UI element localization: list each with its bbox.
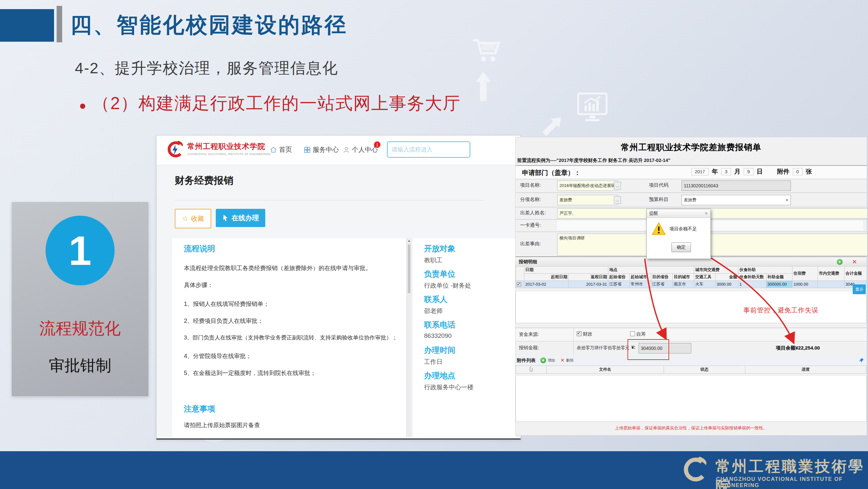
col-total: 合计金额 <box>844 266 867 281</box>
sub-name-value: 差旅费 <box>559 197 572 203</box>
day-value: 9 <box>744 168 753 175</box>
sub-name-field[interactable]: 差旅费 <box>557 195 618 205</box>
slide-bullet: （2）构建满足行政工作的一站式网上事务大厅 <box>92 92 461 115</box>
project-code-field[interactable]: 11130200116043 <box>682 180 791 191</box>
budget-value: 差旅费 <box>684 197 696 203</box>
favorite-button[interactable]: ☆ 收藏 <box>175 209 211 228</box>
paperclip-icon <box>529 367 533 372</box>
portal-logo-icon <box>166 140 185 159</box>
close-icon[interactable]: ✕ <box>705 211 708 216</box>
funding-option-self[interactable]: 自筹 <box>630 331 646 337</box>
budget-field[interactable]: 差旅费 ▼ <box>682 195 791 205</box>
attachment-add-label[interactable]: 增加 <box>548 358 555 363</box>
info-value-dept: 行政单位 -财务处 <box>424 282 471 290</box>
reason-label: 出差事由: <box>520 241 541 247</box>
detail-table-row[interactable]: 2017-03-02 2017-03-31 江苏省 常州市 江苏省 南京市 火车… <box>516 281 867 288</box>
nav-personal-center[interactable]: 个人中心 <box>343 145 378 154</box>
home-icon <box>270 146 277 153</box>
year-value: 2017 <box>691 168 709 175</box>
notification-badge[interactable]: 1 <box>374 141 380 148</box>
attachment-add-icon[interactable]: + <box>540 357 546 363</box>
info-value-place: 行政服务中心一楼 <box>424 383 473 392</box>
amount-divider <box>574 341 574 355</box>
attachment-col-status: 状态 <box>664 366 745 374</box>
reason-value: 横向项目调研 <box>559 235 585 241</box>
panel-scrollbar[interactable]: ▲ <box>406 238 411 437</box>
detail-table: 日期 地点 城市间交通费 伙食补助 住宿费 市内交通费 合计金额 起程日期 返程… <box>516 266 867 288</box>
info-label-open-to: 开放对象 <box>424 243 455 254</box>
traveler-label: 出差人姓名: <box>520 210 546 216</box>
amount-row: 报销金额: 叁拾零万肆仟零佰零拾零元 ¥: 304000.00 项目余额¥22,… <box>516 341 867 355</box>
dropdown-icon[interactable]: ▼ <box>785 198 788 202</box>
portal-screenshot: 常州工程职业技术学院 CHANGZHOU VOCATIONAL INSTITUT… <box>156 135 521 439</box>
search-input[interactable] <box>388 146 467 153</box>
cell-depart-date: 2017-03-02 <box>524 281 568 288</box>
group-date: 日期 <box>524 266 608 274</box>
popup-message: 项目余额不足 <box>670 226 697 232</box>
process-step-4: 4、分管院领导在线审批； <box>184 352 399 360</box>
self-checkbox[interactable] <box>630 331 635 336</box>
info-label-dept: 负责单位 <box>424 269 455 279</box>
attachments-label: 附件列表 <box>517 357 536 364</box>
sub-name-picker-button[interactable]: … <box>614 196 621 204</box>
online-label: 在线办理 <box>232 213 259 223</box>
finance-checkbox[interactable] <box>577 331 582 336</box>
pin-icon[interactable] <box>859 358 864 363</box>
delete-row-icon[interactable]: ✕ <box>852 258 857 265</box>
attachment-col-filename: 文件名 <box>547 366 664 374</box>
cursor-icon <box>222 214 229 222</box>
process-step-2: 2、经费项目负责人在线审批； <box>184 317 399 325</box>
col-return-date: 返程日期 <box>568 274 608 281</box>
nav-home[interactable]: 首页 <box>270 145 292 154</box>
portal-logo-cn: 常州工程职业技术学院 <box>187 141 265 151</box>
amount-cn: 叁拾零万肆仟零佰零拾零元 <box>577 345 629 351</box>
popup-title: 提醒 <box>649 210 658 216</box>
col-meal-subsidy: 补助金额 <box>767 274 793 281</box>
form-title: 常州工程职业技术学院差旅费报销单 <box>516 142 867 153</box>
row-checkbox[interactable] <box>517 282 521 286</box>
footer-logo-icon <box>681 455 709 484</box>
funding-row: 资金来源: 财政 自筹 <box>516 328 867 341</box>
portal-logo-en: CHANGZHOU VOCATIONAL INSTITUTE OF ENGINE… <box>187 152 271 156</box>
online-handle-button[interactable]: 在线办理 <box>216 209 265 227</box>
alert-popup: 提醒 ✕ 项目余额不足 确定 <box>646 209 711 259</box>
col-meal-days: 伙食补助天数 <box>739 274 767 281</box>
col-city-transport: 市内交通费 <box>818 266 844 281</box>
process-step-3: 3、部门负责人在线审批（支持教学业务费正副职流转、支持采购验收单位协作审批）； <box>184 334 405 341</box>
portal-page-title: 财务经费报销 <box>175 174 234 187</box>
scroll-up-icon[interactable]: ▲ <box>407 239 411 242</box>
info-label-contact: 联系人 <box>424 294 447 305</box>
funding-label: 资金来源: <box>519 331 539 338</box>
cell-meal-subsidy: 300000.00 <box>767 281 793 288</box>
attachment-delete-icon[interactable]: ✕ <box>560 357 565 363</box>
project-name-picker-button[interactable]: … <box>614 182 621 190</box>
process-heading: 流程说明 <box>184 243 215 254</box>
popup-ok-button[interactable]: 确定 <box>672 242 691 252</box>
nav-service-label: 服务中心 <box>313 145 339 154</box>
info-label-place: 办理地点 <box>424 370 455 381</box>
project-name-field[interactable]: 2016年输配电价改动态进展研究 <box>557 180 618 191</box>
reason-field[interactable]: 横向项目调研 <box>557 234 868 256</box>
step-label-2: 审批钳制 <box>12 355 148 376</box>
cell-amount: 3000.00 <box>716 281 739 288</box>
attachment-delete-label[interactable]: 删除 <box>566 358 574 363</box>
show-badge[interactable]: 显示 <box>853 284 866 294</box>
group-meal: 伙食补助 <box>739 266 793 274</box>
star-icon: ☆ <box>182 214 188 223</box>
add-row-icon[interactable]: + <box>837 259 843 265</box>
slide-subtitle: 4-2、提升学校治理，服务管理信息化 <box>75 58 338 79</box>
row-checkbox-cell[interactable] <box>516 281 524 288</box>
scrollbar-thumb[interactable] <box>408 244 410 293</box>
amount-label: 报销金额: <box>519 345 539 351</box>
row-project-name: 项目名称: 2016年输配电价改动态进展研究 … 项目代码 1113020011… <box>516 178 867 193</box>
nav-service-center[interactable]: 服务中心 <box>304 145 339 154</box>
portal-header: 常州工程职业技术学院 CHANGZHOU VOCATIONAL INSTITUT… <box>157 136 520 165</box>
info-value-phone: 86332090 <box>424 332 452 340</box>
project-code-value: 11130200116043 <box>684 183 718 188</box>
funding-option-finance[interactable]: 财政 <box>577 331 592 337</box>
traveler-field[interactable]: 严正宇, <box>557 208 868 219</box>
step-number: 1 <box>69 227 91 274</box>
cell-meal-days: 1 <box>739 281 767 288</box>
col-to-city: 目的城市 <box>673 274 694 281</box>
nav-home-label: 首页 <box>279 145 292 154</box>
